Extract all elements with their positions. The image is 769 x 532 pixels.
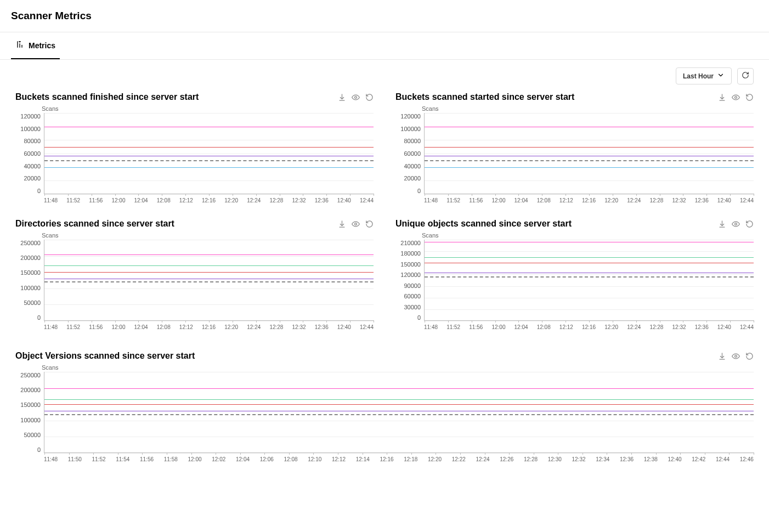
y-tick-label: 60000 [404,150,421,157]
x-tick-label: 12:20 [604,197,618,203]
y-tick-label: 210000 [400,240,421,246]
x-tick [233,320,233,322]
x-tick-label: 12:24 [627,197,641,203]
x-tick-label: 12:02 [212,456,225,462]
y-tick-label: 250000 [20,372,41,378]
x-tick-label: 12:46 [740,456,754,462]
x-tick-label: 12:20 [428,456,442,462]
y-tick-label: 100000 [20,126,41,132]
gridline [425,180,754,181]
refresh-icon[interactable] [365,220,374,228]
plot-area[interactable] [424,113,754,194]
x-tick-label: 12:22 [452,456,466,462]
x-tick [69,452,70,455]
x-tick-label: 12:16 [582,324,596,330]
time-range-select[interactable]: Last Hour [676,67,732,84]
x-tick [313,452,314,455]
x-tick-label: 12:12 [179,197,193,203]
gridline [425,251,754,252]
x-tick [374,320,374,322]
download-icon[interactable] [718,93,726,101]
chart-title: Buckets scanned finished since server st… [15,92,199,102]
chart-series [44,127,374,127]
x-tick [589,320,590,322]
tab-metrics[interactable]: Metrics [11,32,60,59]
x-tick-label: 12:44 [740,197,754,203]
chart-buckets-started: Buckets scanned started since server sta… [395,92,754,203]
eye-icon[interactable] [732,93,740,101]
x-tick [613,320,613,322]
x-tick-label: 12:24 [476,456,490,462]
x-tick-label: 12:38 [644,456,658,462]
y-tick-label: 200000 [20,387,41,393]
y-tick-label: 60000 [404,293,421,299]
x-tick [683,320,683,322]
x-tick-label: 12:36 [695,324,709,330]
y-tick-label: 50000 [24,299,41,306]
refresh-icon[interactable] [745,93,754,101]
x-tick-label: 12:00 [491,197,505,203]
x-tick [631,452,632,455]
eye-icon[interactable] [352,220,360,228]
chart-body: 250000200000150000100000500000 [15,372,754,453]
x-axis: 11:4811:5211:5612:0012:0412:0812:1212:16… [44,324,374,330]
x-tick-label: 12:18 [404,456,417,462]
y-tick-label: 80000 [24,138,41,144]
chart-series [425,127,754,127]
chart-series [44,265,374,266]
refresh-icon[interactable] [745,352,754,360]
x-tick-label: 12:00 [491,324,505,330]
gridline [44,421,754,421]
refresh-icon[interactable] [365,93,374,101]
x-tick-label: 12:04 [236,456,250,462]
plot-area[interactable] [44,240,374,321]
x-tick [303,320,303,322]
download-icon[interactable] [338,93,346,101]
x-tick [387,452,387,455]
y-tick-label: 150000 [20,269,41,276]
eye-icon[interactable] [732,352,740,360]
x-tick [280,194,280,196]
svg-point-2 [355,223,357,225]
x-tick [138,194,139,196]
plot-area[interactable] [44,372,754,453]
gridline [44,288,374,289]
plot-area[interactable] [44,113,374,194]
gridline [425,286,754,287]
x-tick-label: 11:48 [44,197,58,203]
global-refresh-button[interactable] [737,68,754,84]
eye-icon[interactable] [732,220,740,228]
chart-series [425,160,754,161]
gridline [425,309,754,310]
x-tick-label: 12:28 [649,197,663,203]
x-tick-label: 11:52 [446,324,460,330]
x-tick-label: 12:12 [179,324,193,330]
chart-series [425,242,754,242]
x-tick [256,320,257,322]
x-tick-label: 12:42 [692,456,705,462]
download-icon[interactable] [338,220,346,228]
eye-icon[interactable] [352,93,360,101]
x-tick-label: 12:28 [269,324,283,330]
x-tick [589,194,590,196]
plot-area[interactable] [424,240,754,321]
y-tick-label: 80000 [404,138,421,144]
download-icon[interactable] [718,220,726,228]
download-icon[interactable] [718,352,726,360]
refresh-icon[interactable] [745,220,754,228]
y-tick-label: 40000 [404,163,421,169]
x-tick-label: 12:40 [717,197,731,203]
x-tick-label: 11:54 [116,456,129,462]
chart-series [44,160,374,161]
x-tick [326,194,327,196]
x-tick-label: 12:28 [524,456,538,462]
x-tick-label: 12:00 [111,197,125,203]
x-tick-label: 12:00 [188,456,202,462]
x-tick [542,320,542,322]
chart-buckets-finished: Buckets scanned finished since server st… [15,92,374,203]
tabs: Metrics [0,32,769,60]
x-tick-label: 12:04 [134,324,148,330]
x-tick [280,320,280,322]
svg-point-0 [355,96,357,98]
x-tick-label: 12:04 [134,197,148,203]
